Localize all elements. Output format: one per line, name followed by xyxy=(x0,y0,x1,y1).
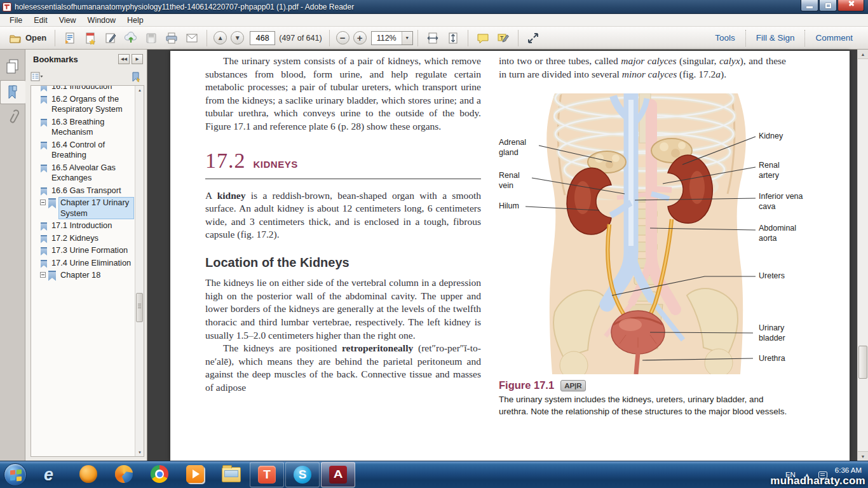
menu-help[interactable]: Help xyxy=(121,15,149,26)
bookmark-options-button[interactable] xyxy=(31,72,43,82)
bookmark-ribbon-icon xyxy=(41,96,47,104)
paragraph: A kidney is a reddish-brown, bean-shaped… xyxy=(205,189,481,241)
next-page-button[interactable]: ▼ xyxy=(231,31,244,44)
create-pdf-button[interactable] xyxy=(80,29,100,47)
bookmark-item[interactable]: 17.1 Introduction xyxy=(34,220,133,231)
taskbar-internet-explorer-icon[interactable]: e xyxy=(44,465,63,484)
taskbar-firefox-icon[interactable] xyxy=(115,465,134,484)
label-ureters: Ureters xyxy=(759,271,803,281)
fit-width-button[interactable] xyxy=(423,29,443,47)
document-scrollbar[interactable]: ▲ ▼ xyxy=(857,50,868,461)
zoom-dropdown-arrow[interactable]: ▼ xyxy=(402,32,412,44)
previous-page-button[interactable]: ▲ xyxy=(214,31,227,44)
subsection-heading: Location of the Kidneys xyxy=(205,255,481,270)
menu-edit[interactable]: Edit xyxy=(28,15,53,26)
page-number-input[interactable] xyxy=(250,31,275,45)
screen: holesessentialsofhumananatomyphysiology1… xyxy=(0,0,868,488)
pages-icon xyxy=(6,58,20,75)
scroll-down-icon[interactable]: ▼ xyxy=(135,448,144,456)
email-button[interactable] xyxy=(182,29,202,47)
close-button[interactable] xyxy=(837,0,864,11)
zoom-out-button[interactable]: − xyxy=(336,31,349,44)
highlight-text-button[interactable]: T xyxy=(493,29,513,47)
bookmark-item[interactable]: Chapter 18 xyxy=(34,270,133,281)
bookmark-ribbon-icon xyxy=(41,222,47,231)
zoom-level-value: 112% xyxy=(372,34,402,43)
page-count-label: (497 of 641) xyxy=(279,34,322,43)
collapse-minus-icon[interactable] xyxy=(40,200,46,205)
sticky-note-button[interactable] xyxy=(473,29,493,47)
clock[interactable]: 6:36 AM xyxy=(835,466,862,474)
bookmark-item[interactable]: 17.3 Urine Formation xyxy=(34,245,133,256)
open-button[interactable]: Open xyxy=(5,29,50,47)
label-hilum: Hilum xyxy=(499,201,528,212)
taskbar-skype-button[interactable]: S xyxy=(285,462,320,487)
watermark: muhadharaty.com xyxy=(770,475,865,487)
taskbar-chrome-icon[interactable] xyxy=(151,465,170,484)
taskbar-explorer-icon[interactable] xyxy=(222,465,241,484)
scroll-down-icon[interactable]: ▼ xyxy=(858,451,868,461)
bookmarks-scrollbar-thumb[interactable] xyxy=(136,293,143,322)
label-renal-artery: Renal artery xyxy=(759,161,792,180)
apr-badge: AP|R xyxy=(560,380,586,391)
share-upload-button[interactable] xyxy=(121,29,141,47)
bookmark-item[interactable]: 16.4 Control of Breathing xyxy=(34,140,133,161)
menu-file[interactable]: File xyxy=(4,15,28,26)
menu-view[interactable]: View xyxy=(53,15,82,26)
label-kidney: Kidney xyxy=(759,132,803,142)
paragraph: into two or three tubes, called major ca… xyxy=(499,55,786,81)
bookmark-item[interactable]: 17.4 Urine Elimination xyxy=(34,258,133,269)
collapse-minus-icon[interactable] xyxy=(40,272,46,278)
section-heading: 17.2 KIDNEYS xyxy=(205,149,481,179)
windows-logo-icon xyxy=(10,470,22,480)
document-scrollbar-thumb[interactable] xyxy=(858,346,867,379)
start-button[interactable] xyxy=(4,463,27,486)
zoom-in-button[interactable]: + xyxy=(353,31,367,44)
fill-sign-tab[interactable]: Fill & Sign xyxy=(745,30,805,46)
taskbar-player-icon[interactable] xyxy=(186,465,205,484)
bookmark-ribbon-icon xyxy=(41,165,47,173)
save-button[interactable] xyxy=(141,29,161,47)
window-title: holesessentialsofhumananatomyphysiology1… xyxy=(15,3,354,11)
section-title: KIDNEYS xyxy=(254,159,298,170)
convert-pdf-button[interactable] xyxy=(60,29,80,47)
sign-button[interactable] xyxy=(100,29,121,47)
bookmarks-scrollbar[interactable]: ▲ ▼ xyxy=(135,86,144,456)
bookmark-item-selected[interactable]: Chapter 17 Urinary System xyxy=(34,198,133,219)
bookmark-ribbon-icon xyxy=(41,247,47,255)
print-button[interactable] xyxy=(161,29,182,47)
minimize-button[interactable] xyxy=(801,0,818,11)
restore-button[interactable] xyxy=(819,0,837,11)
bookmark-icon xyxy=(6,85,19,100)
paragraph: The kidneys are positioned retroperitone… xyxy=(205,342,481,394)
figure-caption-title: Figure 17.1 xyxy=(499,379,554,391)
reading-mode-button[interactable] xyxy=(523,29,543,47)
fit-page-button[interactable] xyxy=(443,29,463,47)
bookmark-ribbon-icon xyxy=(41,85,47,92)
bookmark-item[interactable]: 16.1 Introduction xyxy=(34,85,133,92)
scroll-up-icon[interactable]: ▲ xyxy=(135,86,144,94)
zoom-level-control[interactable]: 112% ▼ xyxy=(371,31,413,45)
collapse-panel-button[interactable]: ◀◀ xyxy=(118,54,130,64)
comment-tab[interactable]: Comment xyxy=(804,30,863,46)
bookmark-item[interactable]: 17.2 Kidneys xyxy=(34,233,133,244)
new-bookmark-button[interactable] xyxy=(130,71,142,83)
bookmark-item[interactable]: 16.3 Breathing Mechanism xyxy=(34,117,133,138)
paragraph: The kidneys lie on either side of the ve… xyxy=(205,276,481,342)
open-folder-icon xyxy=(9,32,22,44)
expand-panel-button[interactable]: ▶ xyxy=(132,54,143,64)
menu-window[interactable]: Window xyxy=(82,15,121,26)
attachments-panel-button[interactable] xyxy=(2,105,24,130)
bookmark-item[interactable]: 16.5 Alveolar Gas Exchanges xyxy=(34,163,133,184)
taskbar-media-app-icon[interactable] xyxy=(79,465,98,484)
taskbar-adobe-reader-button[interactable]: A xyxy=(321,462,355,487)
tools-tab[interactable]: Tools xyxy=(705,30,745,46)
bookmark-item[interactable]: 16.2 Organs of the Respiratory System xyxy=(34,94,133,115)
scroll-up-icon[interactable]: ▲ xyxy=(858,50,868,59)
bookmarks-panel-button[interactable] xyxy=(0,80,25,104)
bookmark-ribbon-icon xyxy=(41,142,47,150)
taskbar-tango-button[interactable]: T xyxy=(250,462,284,487)
bookmark-item[interactable]: 16.6 Gas Transport xyxy=(34,186,133,196)
page-thumbnails-button[interactable] xyxy=(2,55,24,79)
bookmarks-tree: 16.1 Introduction 16.2 Organs of the Res… xyxy=(31,85,144,457)
